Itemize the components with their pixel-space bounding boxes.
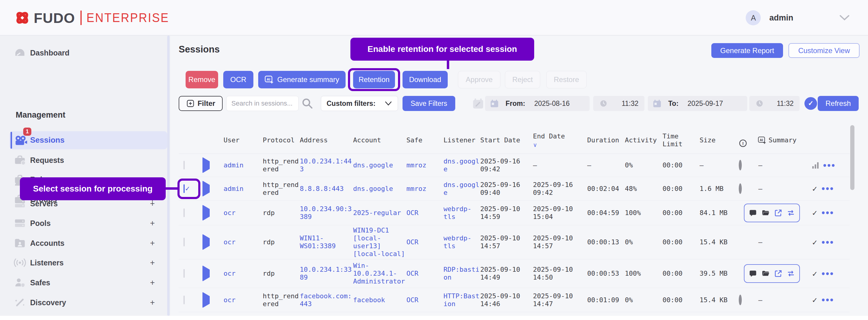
customize-view-button[interactable]: Customize View [788,43,860,58]
col-listener[interactable]: Listener [442,136,479,144]
restore-button[interactable]: Restore [546,71,587,88]
row-menu-button[interactable] [824,164,835,167]
row-checkbox[interactable] [184,238,185,246]
to-date-picker[interactable]: To: 2025-09-17 [648,96,747,111]
search-icon[interactable] [301,97,313,110]
sidebar-item-dashboard[interactable]: Dashboard [0,44,170,62]
expand-plus-icon[interactable]: + [149,199,156,208]
download-button[interactable]: Download [403,71,448,88]
expand-plus-icon[interactable]: + [149,219,156,228]
row-menu-button[interactable] [822,298,833,301]
play-session-button[interactable] [203,181,210,197]
col-summary[interactable]: AI Summary [755,136,810,144]
col-safe[interactable]: Safe [405,136,442,144]
folder-open-icon[interactable] [761,209,770,217]
sort-desc-icon[interactable]: ∨ [533,142,537,148]
generate-report-button[interactable]: Generate Report [711,43,783,58]
cell-account[interactable]: dns.google [352,185,405,193]
retention-button[interactable]: Retention [353,71,395,88]
col-user[interactable]: User [222,136,261,144]
sidebar-item-listeners[interactable]: Listeners + [0,254,170,272]
play-session-button[interactable] [203,205,210,221]
avatar[interactable]: A [746,10,761,25]
cell-address[interactable]: WIN11- WS01:3389 [299,234,352,250]
filter-button[interactable]: Filter [179,96,223,111]
col-size[interactable]: Size [699,136,738,144]
chevron-down-icon[interactable] [839,14,850,21]
sidebar-item-accounts[interactable]: Accounts + [0,234,170,252]
cell-safe[interactable]: OCR [405,238,442,246]
expand-plus-icon[interactable]: + [149,298,156,307]
expand-plus-icon[interactable]: + [149,258,156,267]
swap-arrows-icon[interactable] [787,270,795,278]
comment-icon[interactable] [749,209,757,217]
reject-button[interactable]: Reject [505,71,540,88]
sidebar-item-sessions[interactable]: 1 Sessions [9,131,167,149]
row-checkbox[interactable] [184,269,185,278]
sidebar-item-discovery[interactable]: Discovery + [0,293,170,312]
external-link-icon[interactable] [774,270,782,278]
cell-account[interactable]: facebook [352,296,405,304]
cell-user[interactable]: ocr [222,209,261,217]
sidebar-item-safes[interactable]: Safes + [0,273,170,292]
calendar-edit-icon[interactable] [472,97,484,110]
col-protocol[interactable]: Protocol [261,136,299,144]
cell-listener[interactable]: HTTP:Bast ion [442,292,479,308]
from-time-picker[interactable]: 11:32 [593,96,645,111]
play-session-button[interactable] [203,265,210,282]
col-address[interactable]: Address [299,136,352,144]
cell-listener[interactable]: dns.googl e [442,157,479,173]
row-menu-button[interactable] [822,241,833,244]
apply-range-toggle[interactable]: ✓ [804,97,817,110]
cell-account[interactable]: dns.google [352,162,405,169]
sidebar-item-requests[interactable]: Requests [0,151,170,169]
cell-address[interactable]: 10.0.234.1:33 89 [299,266,352,282]
cell-safe[interactable]: mmroz [405,162,442,169]
cell-listener[interactable]: dns.googl e [442,181,479,197]
cell-account[interactable]: Win- 10.0.234.1- Administrator [352,262,405,285]
cell-listener[interactable]: webrdp- tls [442,205,479,221]
col-duration[interactable]: Duration [586,136,624,144]
cell-listener[interactable]: webrdp- tls [442,234,479,250]
cell-user[interactable]: admin [222,185,261,193]
play-session-button[interactable] [203,234,210,250]
col-start-date[interactable]: Start Date [479,136,532,144]
folder-open-icon[interactable] [761,270,770,278]
cell-safe[interactable]: mmroz [405,185,442,193]
cell-account[interactable]: 2025-regular [352,209,405,217]
save-filters-button[interactable]: Save Filters [403,96,455,111]
col-end-date[interactable]: End Date ∨ [532,133,586,148]
approve-button[interactable]: Approve [458,71,500,88]
col-activity[interactable]: Activity [624,136,661,144]
table-scrollbar-thumb[interactable] [850,125,855,190]
cell-user[interactable]: ocr [222,270,261,278]
user-menu[interactable]: A admin [746,0,850,36]
cell-user[interactable]: ocr [222,238,261,246]
cell-safe[interactable]: OCR [405,296,442,304]
from-date-picker[interactable]: From: 2025-08-16 [485,96,590,111]
to-time-picker[interactable]: 11:32 [749,96,800,111]
play-session-button[interactable] [203,292,210,308]
cell-account[interactable]: WIN19-DC1 [local- user13] [local-local] [352,227,405,258]
expand-plus-icon[interactable]: + [149,239,156,248]
search-input[interactable] [226,96,299,111]
cell-address[interactable]: facebook.com: 443 [299,292,352,308]
cell-user[interactable]: ocr [222,296,261,304]
generate-summary-button[interactable]: AI Generate summary [258,71,346,88]
swap-arrows-icon[interactable] [787,209,795,217]
cell-listener[interactable]: RDP:basti on [442,266,479,282]
ocr-button[interactable]: OCR [223,71,253,88]
row-menu-button[interactable] [822,187,833,190]
expand-plus-icon[interactable]: + [149,278,156,287]
refresh-button[interactable]: Refresh [818,96,859,111]
play-session-button[interactable] [203,157,210,173]
col-time-limit[interactable]: Time Limit [661,133,699,148]
activity-chart-icon[interactable] [812,162,818,169]
sidebar-item-pools[interactable]: Pools + [0,214,170,232]
custom-filters-dropdown[interactable]: Custom filters: [321,96,398,111]
cell-address[interactable]: 10.0.234.1:44 3 [299,157,352,173]
remove-button[interactable]: Remove [186,71,218,88]
row-menu-button[interactable] [822,272,833,275]
cell-address[interactable]: 10.0.234.90:3 389 [299,205,352,221]
external-link-icon[interactable] [774,209,782,217]
